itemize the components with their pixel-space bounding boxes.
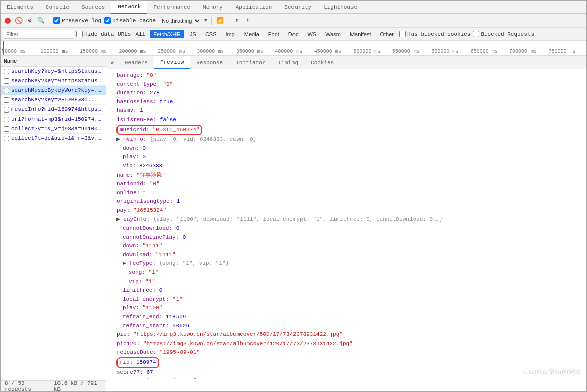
network-item-checkbox-1[interactable] <box>4 78 9 84</box>
has-blocked-cookies-checkbox[interactable] <box>399 31 406 37</box>
clear-button[interactable]: 🚫 <box>15 17 23 25</box>
network-item-7[interactable]: collect?t=dc&aip=1&_r=3&v... <box>1 134 106 143</box>
network-item-checkbox-6[interactable] <box>4 126 9 132</box>
timeline-label-9: 500000 ms <box>352 49 391 54</box>
preview-close-button[interactable]: ✕ <box>106 56 119 69</box>
blocked-requests-label[interactable]: Blocked Requests <box>473 31 534 37</box>
json-line-song: song: "1" <box>110 268 582 277</box>
download-icon: ⬇ <box>246 17 249 24</box>
filter-media-btn[interactable]: Media <box>241 30 263 38</box>
network-item-checkbox-4[interactable] <box>4 107 9 113</box>
status-bar: 8 / 58 requests 10.6 kB / 791 kB <box>1 380 106 391</box>
network-toolbar: 🚫 ⊘ 🔍 Preserve log Disable cache No thro… <box>1 14 586 28</box>
rid-highlight: rid: 150974 <box>116 357 159 368</box>
divider-3 <box>228 17 228 25</box>
preserve-log-text: Preserve log <box>62 18 101 24</box>
json-line-duration: duration: 278 <box>110 89 582 98</box>
filter-fetch-xhr-btn[interactable]: Fetch/XHR <box>150 30 184 38</box>
tab-lighthouse[interactable]: Lighthouse <box>318 1 364 14</box>
hide-data-urls-checkbox[interactable] <box>76 31 83 37</box>
filter-js-btn[interactable]: JS <box>186 30 200 38</box>
timeline-label-4: 250000 ms <box>157 49 196 54</box>
filter-other-btn[interactable]: Other <box>376 30 397 38</box>
search-button[interactable]: 🔍 <box>37 17 45 25</box>
json-line-payinfo-collapsed[interactable]: ▶ payInfo: {play: "1100", download: "111… <box>110 215 582 225</box>
timeline-label-13: 700000 ms <box>508 49 547 54</box>
json-line-mvinfo-collapsed[interactable]: ▶ mvinfo: {play: 0, vid: 8246333, down: … <box>110 135 582 144</box>
record-button[interactable] <box>4 17 12 25</box>
preview-tab-cookies[interactable]: Cookies <box>305 56 340 69</box>
json-line-vid: vid: 8246333 <box>110 162 582 171</box>
network-item-text-4: musicInfo?mid=150974&https... <box>11 106 103 113</box>
wifi-icon[interactable]: 📶 <box>216 17 224 25</box>
preserve-log-checkbox[interactable] <box>53 17 60 24</box>
preview-tab-timing[interactable]: Timing <box>272 56 305 69</box>
network-item-2[interactable]: searchMusicBykeyWord?key=... <box>1 86 106 95</box>
network-item-checkbox-7[interactable] <box>4 136 9 141</box>
json-line-islistenfee: isListenFee: false <box>110 116 582 125</box>
json-preview[interactable]: barrage: "0" content_type: "0" duration:… <box>106 69 586 379</box>
tab-security[interactable]: Security <box>278 1 318 14</box>
filter-wasm-btn[interactable]: Wasm <box>322 30 344 38</box>
timeline-label-1: 100000 ms <box>39 49 78 54</box>
disable-cache-label[interactable]: Disable cache <box>104 17 156 24</box>
network-item-0[interactable]: searchKey?key=&httpsStatus... <box>1 67 106 76</box>
tab-sources[interactable]: Sources <box>76 1 111 14</box>
blocked-requests-checkbox[interactable] <box>473 31 479 37</box>
json-line-online: online: 1 <box>110 189 582 198</box>
preview-tab-headers[interactable]: Headers <box>119 56 154 69</box>
network-item-5[interactable]: url?format=mp3&rid=150974... <box>1 115 106 124</box>
has-blocked-cookies-label[interactable]: Has blocked cookies <box>399 31 471 37</box>
record-icon <box>5 18 11 24</box>
filter-manifest-btn[interactable]: Manifest <box>346 30 375 38</box>
tab-console[interactable]: Console <box>40 1 76 14</box>
network-item-6[interactable]: collect?v=1&_v=j93&a=99100... <box>1 124 106 134</box>
preview-tab-initiator[interactable]: Initiator <box>229 56 272 69</box>
network-item-text-2: searchMusicBykeyWord?key=... <box>11 87 103 93</box>
network-item-checkbox-2[interactable] <box>4 88 9 93</box>
json-line-pay: pay: "16515324" <box>110 206 582 215</box>
tab-application[interactable]: Application <box>229 1 279 14</box>
tab-performance[interactable]: Performance <box>147 1 197 14</box>
network-item-4[interactable]: musicInfo?mid=150974&https... <box>1 105 106 115</box>
network-list: Name searchKey?key=&httpsStatus... searc… <box>1 56 106 379</box>
throttle-select[interactable]: No throttling Fast 3G Slow 3G Offline <box>159 17 201 25</box>
filter-icon: ⊘ <box>28 17 31 24</box>
export-button[interactable]: ⬇ <box>244 17 252 25</box>
filter-font-btn[interactable]: Font <box>265 30 283 38</box>
filter-doc-btn[interactable]: Doc <box>285 30 302 38</box>
json-line-feetype-collapsed[interactable]: ▶ feeType: {song: "1", vip: "1"} <box>110 259 582 268</box>
filter-all-btn[interactable]: All <box>133 31 148 38</box>
throttle-arrow-icon: ▼ <box>204 18 207 23</box>
network-item-checkbox-3[interactable] <box>4 97 9 103</box>
filter-input[interactable] <box>4 30 74 39</box>
filter-css-btn[interactable]: CSS <box>202 30 220 38</box>
network-item-1[interactable]: searchKey?key=&httpsStatus... <box>1 76 106 86</box>
json-line-play-1: play: 0 <box>110 153 582 162</box>
network-item-checkbox-5[interactable] <box>4 117 9 122</box>
network-item-3[interactable]: searchKey?key=%E5%BE%80... <box>1 95 106 105</box>
preview-tabs: ✕ Headers Preview Response Initiator Tim… <box>106 56 586 69</box>
network-item-checkbox-0[interactable] <box>4 69 9 74</box>
json-line-nationid: nationid: "0" <box>110 180 582 189</box>
preview-tab-preview[interactable]: Preview <box>154 56 190 69</box>
tab-network[interactable]: Network <box>111 1 147 14</box>
filter-img-btn[interactable]: Img <box>222 30 239 38</box>
preview-tab-response[interactable]: Response <box>190 56 229 69</box>
network-item-text-3: searchKey?key=%E5%BE%80... <box>11 97 98 103</box>
tab-elements[interactable]: Elements <box>1 1 40 14</box>
timeline-label-3: 200000 ms <box>118 49 156 54</box>
network-item-text-0: searchKey?key=&httpsStatus... <box>11 68 103 74</box>
json-line-localencrypt: local_encrypt: "1" <box>110 295 582 304</box>
timeline-label-2: 150000 ms <box>79 49 118 54</box>
preserve-log-label[interactable]: Preserve log <box>53 17 101 24</box>
hide-data-urls-label[interactable]: Hide data URLs <box>76 31 131 37</box>
transfer-size: 10.6 kB / 791 kB <box>54 380 102 393</box>
filter-bar: Hide data URLs All Fetch/XHR JS CSS Img … <box>1 28 586 41</box>
disable-cache-checkbox[interactable] <box>104 17 111 24</box>
filter-icon-btn[interactable]: ⊘ <box>26 17 34 25</box>
tab-memory[interactable]: Memory <box>197 1 229 14</box>
timeline-label-10: 550000 ms <box>391 49 430 54</box>
import-button[interactable]: ⬆ <box>232 17 241 25</box>
filter-ws-btn[interactable]: WS <box>304 30 320 38</box>
